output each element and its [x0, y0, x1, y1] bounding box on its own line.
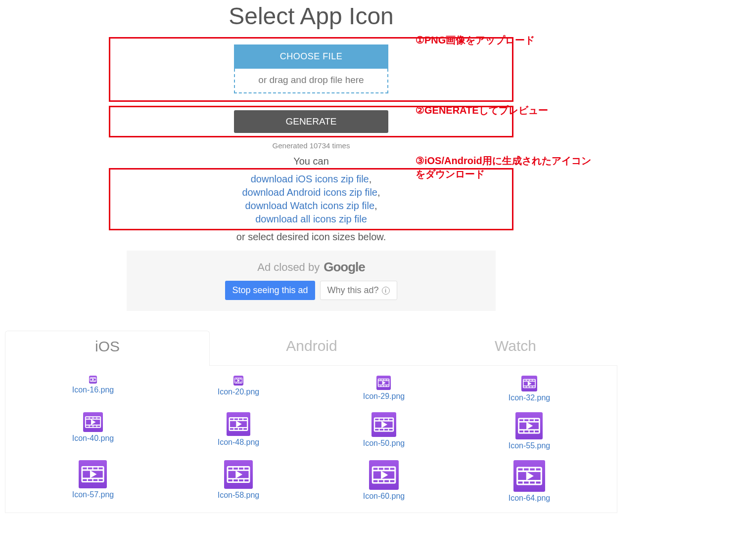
- tab-android[interactable]: Android: [210, 331, 414, 366]
- svg-marker-39: [528, 382, 532, 386]
- download-ios-link[interactable]: download iOS icons zip file: [251, 173, 369, 184]
- svg-marker-19: [237, 379, 240, 382]
- video-icon[interactable]: [89, 376, 97, 384]
- page-title: Select App Icon: [0, 0, 622, 37]
- svg-marker-69: [381, 421, 387, 428]
- google-logo: Google: [324, 259, 365, 275]
- svg-marker-79: [527, 422, 533, 430]
- icon-download-link[interactable]: Icon-55.png: [509, 441, 551, 450]
- video-icon[interactable]: [369, 460, 399, 490]
- icon-cell: Icon-40.png: [72, 412, 114, 450]
- stop-seeing-ad-button[interactable]: Stop seeing this ad: [225, 281, 315, 300]
- separator: ,: [374, 200, 377, 211]
- platform-tabs: iOS Android Watch Icon-16.png Icon-20.pn…: [5, 331, 617, 513]
- video-icon[interactable]: [515, 412, 543, 439]
- download-android-link[interactable]: download Android icons zip file: [242, 187, 377, 198]
- separator: ,: [377, 187, 380, 198]
- icon-cell: Icon-57.png: [72, 460, 114, 503]
- separator: ,: [369, 173, 372, 184]
- icon-download-link[interactable]: Icon-16.png: [72, 386, 114, 394]
- below-note: or select desired icon sizes below.: [108, 230, 514, 248]
- icon-cell: Icon-32.png: [509, 376, 551, 402]
- video-icon[interactable]: [224, 460, 253, 489]
- video-icon[interactable]: [83, 412, 103, 432]
- svg-marker-89: [90, 471, 97, 478]
- download-box: download iOS icons zip file, download An…: [109, 168, 513, 230]
- svg-marker-59: [236, 421, 241, 427]
- icon-cell: Icon-60.png: [363, 460, 405, 503]
- icon-cell: Icon-55.png: [509, 412, 551, 450]
- svg-marker-119: [526, 472, 534, 480]
- icon-download-link[interactable]: Icon-32.png: [509, 393, 551, 402]
- ad-closed-text: Ad closed by: [257, 261, 320, 274]
- video-icon[interactable]: [376, 376, 391, 390]
- you-can-label: You can: [108, 152, 514, 167]
- icon-download-link[interactable]: Icon-60.png: [363, 492, 405, 501]
- icon-download-link[interactable]: Icon-64.png: [509, 494, 551, 503]
- svg-marker-49: [91, 419, 96, 425]
- icon-download-link[interactable]: Icon-20.png: [218, 388, 260, 396]
- video-icon[interactable]: [227, 412, 250, 436]
- tab-ios[interactable]: iOS: [5, 331, 210, 366]
- icon-download-link[interactable]: Icon-48.png: [218, 438, 260, 447]
- generated-times: Generated 10734 times: [108, 137, 514, 152]
- video-icon[interactable]: [521, 376, 537, 391]
- drop-area[interactable]: or drag and drop file here: [234, 69, 388, 93]
- icon-cell: Icon-64.png: [509, 460, 551, 503]
- ad-closed-panel: Ad closed by Google Stop seeing this ad …: [127, 251, 496, 311]
- svg-marker-109: [381, 471, 388, 479]
- why-this-ad-button[interactable]: Why this ad? i: [320, 281, 397, 300]
- icon-download-link[interactable]: Icon-50.png: [363, 439, 405, 448]
- icon-download-link[interactable]: Icon-40.png: [72, 434, 114, 443]
- download-all-link[interactable]: download all icons zip file: [255, 214, 367, 224]
- icon-download-link[interactable]: Icon-29.png: [363, 392, 405, 401]
- tab-watch[interactable]: Watch: [414, 331, 617, 366]
- video-icon[interactable]: [79, 460, 107, 488]
- icon-download-link[interactable]: Icon-57.png: [72, 490, 114, 499]
- why-ad-label: Why this ad?: [327, 285, 379, 296]
- svg-marker-99: [235, 471, 242, 478]
- generate-button[interactable]: GENERATE: [234, 110, 388, 133]
- info-icon: i: [382, 287, 390, 295]
- video-icon[interactable]: [371, 412, 396, 437]
- icon-cell: Icon-48.png: [218, 412, 260, 450]
- video-icon[interactable]: [233, 376, 243, 386]
- generate-box: GENERATE: [109, 106, 513, 137]
- tab-content-ios: Icon-16.png Icon-20.png Icon-29.png Icon…: [5, 366, 617, 513]
- download-watch-link[interactable]: download Watch icons zip file: [245, 200, 374, 211]
- svg-marker-9: [92, 379, 94, 381]
- icon-cell: Icon-50.png: [363, 412, 405, 450]
- icon-cell: Icon-58.png: [218, 460, 260, 503]
- video-icon[interactable]: [513, 460, 545, 492]
- icon-download-link[interactable]: Icon-58.png: [218, 491, 260, 500]
- icon-cell: Icon-20.png: [218, 376, 260, 402]
- icon-cell: Icon-29.png: [363, 376, 405, 402]
- choose-file-button[interactable]: CHOOSE FILE: [234, 44, 388, 69]
- upload-box: CHOOSE FILE or drag and drop file here: [109, 37, 513, 102]
- icon-cell: Icon-16.png: [72, 376, 114, 402]
- svg-marker-29: [382, 381, 386, 385]
